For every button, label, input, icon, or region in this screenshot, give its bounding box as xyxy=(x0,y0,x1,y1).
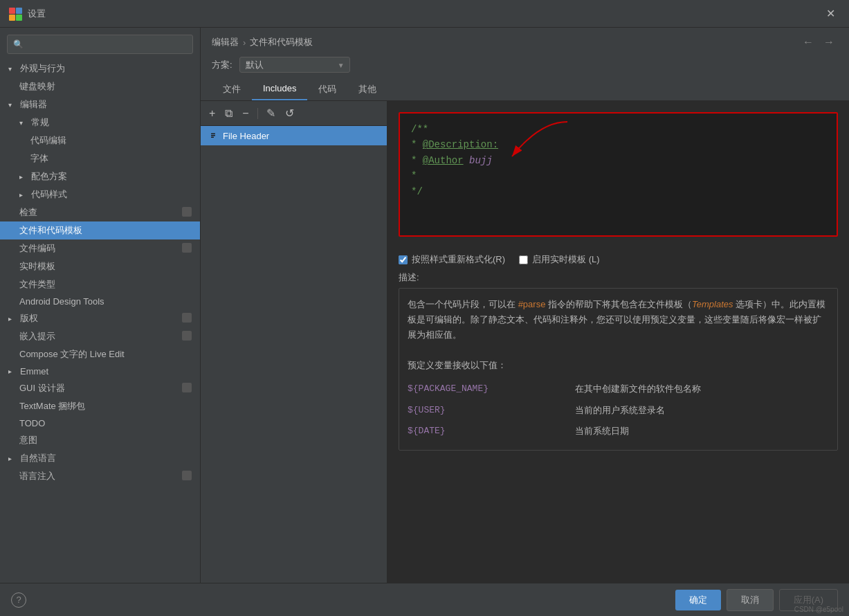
file-header-icon xyxy=(208,130,219,141)
var-desc-1: 在其中创建新文件的软件包名称 xyxy=(575,379,829,399)
rename-template-button[interactable]: ✎ xyxy=(264,105,278,121)
sidebar-item-keymaps[interactable]: 键盘映射 xyxy=(0,78,200,96)
add-template-button[interactable]: + xyxy=(206,106,218,121)
var-name-3: ${DATE} xyxy=(408,421,575,442)
reset-template-button[interactable]: ↺ xyxy=(282,105,297,121)
sidebar-item-inlay-hints[interactable]: 嵌入提示 xyxy=(0,327,200,345)
sidebar-item-compose-live[interactable]: Compose 文字的 Live Edit xyxy=(0,345,200,363)
chevron-right-icon: ▾ xyxy=(19,119,28,127)
breadcrumb-part1: 编辑器 xyxy=(212,36,239,48)
app-icon xyxy=(8,7,22,21)
reformat-checkbox[interactable] xyxy=(399,255,408,264)
reformat-checkbox-label[interactable]: 按照样式重新格式化(R) xyxy=(399,253,505,266)
sidebar-item-editor[interactable]: ▾ 编辑器 xyxy=(0,96,200,114)
chevron-down-icon: ▾ xyxy=(8,65,17,73)
sidebar-item-lang-injection[interactable]: 语言注入 xyxy=(0,467,200,485)
svg-rect-7 xyxy=(211,137,214,138)
forward-button[interactable]: → xyxy=(820,35,838,50)
right-panel: 编辑器 › 文件和代码模板 ← → 方案: 默认 项目 xyxy=(201,28,849,583)
sidebar-item-textmate[interactable]: TextMate 捆绑包 xyxy=(0,397,200,415)
sidebar-item-code-style[interactable]: ▸ 代码样式 xyxy=(0,185,200,203)
reformat-label: 按照样式重新格式化(R) xyxy=(412,253,505,266)
sidebar-item-natural-lang[interactable]: ▸ 自然语言 xyxy=(0,449,200,467)
close-button[interactable]: ✕ xyxy=(821,4,841,23)
chevron-down-icon: ▾ xyxy=(8,101,17,109)
code-preview-area: /** * @Description: * @Author bujj * */ … xyxy=(387,101,849,583)
back-button[interactable]: ← xyxy=(799,35,817,50)
sidebar-item-fonts[interactable]: 字体 xyxy=(0,150,200,167)
sidebar-item-color-scheme[interactable]: ▸ 配色方案 xyxy=(0,167,200,185)
scheme-label: 方案: xyxy=(212,59,232,71)
sidebar-item-intentions[interactable]: 意图 xyxy=(0,431,200,449)
sidebar-item-gui[interactable]: GUI 设计器 xyxy=(0,379,200,397)
sidebar-item-file-templates[interactable]: 文件和代码模板 xyxy=(0,221,200,239)
code-line-3: * @Author bujj xyxy=(411,153,825,168)
search-icon: 🔍 xyxy=(13,39,24,49)
copy-template-button[interactable]: ⧉ xyxy=(222,106,235,121)
search-box[interactable]: 🔍 xyxy=(7,35,193,54)
sidebar-item-file-encoding[interactable]: 文件编码 xyxy=(0,239,200,257)
right-header: 编辑器 › 文件和代码模板 ← → 方案: 默认 项目 xyxy=(201,28,849,101)
chevron-right-icon: ▸ xyxy=(8,368,17,375)
live-templates-checkbox[interactable] xyxy=(519,255,528,264)
window-title: 设置 xyxy=(28,8,821,20)
var-name-2: ${USER} xyxy=(408,400,575,421)
help-button[interactable]: ? xyxy=(11,592,26,608)
tab-other[interactable]: 其他 xyxy=(347,80,387,100)
svg-rect-6 xyxy=(211,135,215,136)
sidebar-item-appearance[interactable]: ▾ 外观与行为 xyxy=(0,60,200,78)
live-templates-label: 启用实时模板 (L) xyxy=(532,253,600,266)
chevron-right-icon: ▸ xyxy=(8,455,17,462)
sidebar-item-todo[interactable]: TODO xyxy=(0,415,200,431)
svg-rect-3 xyxy=(16,15,22,21)
chevron-right-icon: ▸ xyxy=(19,191,28,199)
watermark: CSDN @e5pool xyxy=(794,606,843,613)
breadcrumb: 编辑器 › 文件和代码模板 ← → xyxy=(212,35,838,50)
title-bar: 设置 ✕ xyxy=(0,0,849,28)
desc-table: ${PACKAGE_NAME} 在其中创建新文件的软件包名称 ${USER} 当… xyxy=(408,379,829,441)
remove-template-button[interactable]: − xyxy=(239,106,251,121)
sidebar-item-live-templates[interactable]: 实时模板 xyxy=(0,257,200,275)
scheme-select[interactable]: 默认 项目 xyxy=(239,57,350,73)
scheme-select-wrapper: 默认 项目 xyxy=(239,57,350,73)
table-row: ${DATE} 当前系统日期 xyxy=(408,421,829,442)
sidebar-item-android-design[interactable]: Android Design Tools xyxy=(0,293,200,309)
chevron-right-icon: ▸ xyxy=(8,315,17,323)
sidebar-item-file-types[interactable]: 文件类型 xyxy=(0,275,200,293)
sidebar-item-common[interactable]: ▾ 常规 xyxy=(0,114,200,132)
description-box: 包含一个代码片段，可以在 #parse 指令的帮助下将其包含在文件模板（Temp… xyxy=(399,288,838,451)
list-toolbar: + ⧉ − ✎ ↺ xyxy=(201,101,387,126)
svg-rect-5 xyxy=(211,134,215,135)
panel-body: + ⧉ − ✎ ↺ xyxy=(201,101,849,583)
confirm-button[interactable]: 确定 xyxy=(675,590,721,610)
search-input[interactable] xyxy=(26,39,187,50)
var-desc-3: 当前系统日期 xyxy=(575,421,829,442)
list-item-file-header[interactable]: File Header xyxy=(201,126,387,145)
svg-rect-1 xyxy=(16,8,22,14)
breadcrumb-nav: ← → xyxy=(799,35,838,50)
sidebar-item-code-edit[interactable]: 代码编辑 xyxy=(0,132,200,150)
sidebar-item-inspection[interactable]: 检查 xyxy=(0,203,200,221)
cancel-button[interactable]: 取消 xyxy=(727,589,774,611)
footer-left: ? xyxy=(11,592,26,608)
badge-inlay xyxy=(182,331,192,342)
sidebar: 🔍 ▾ 外观与行为 键盘映射 ▾ 编辑器 ▾ 常规 代码编辑 xyxy=(0,28,201,583)
sidebar-item-emmet[interactable]: ▸ Emmet xyxy=(0,363,200,379)
breadcrumb-separator: › xyxy=(243,37,246,48)
desc-predefined: 预定义变量接收以下值： xyxy=(408,358,829,373)
breadcrumb-part2: 文件和代码模板 xyxy=(250,36,313,48)
tab-files[interactable]: 文件 xyxy=(212,80,252,100)
tab-code[interactable]: 代码 xyxy=(307,80,347,100)
badge-lang xyxy=(182,471,192,482)
live-templates-checkbox-label[interactable]: 启用实时模板 (L) xyxy=(519,253,600,266)
template-list-items: File Header xyxy=(201,126,387,583)
tab-includes[interactable]: Includes xyxy=(252,80,307,100)
badge-gui xyxy=(182,383,192,394)
toolbar-divider xyxy=(257,108,258,119)
svg-rect-0 xyxy=(9,8,15,14)
sidebar-item-copyright[interactable]: ▸ 版权 xyxy=(0,309,200,327)
template-list: + ⧉ − ✎ ↺ xyxy=(201,101,387,583)
code-editor-box[interactable]: /** * @Description: * @Author bujj * */ xyxy=(399,112,838,237)
table-row: ${USER} 当前的用户系统登录名 xyxy=(408,400,829,421)
scheme-row: 方案: 默认 项目 xyxy=(212,57,838,73)
